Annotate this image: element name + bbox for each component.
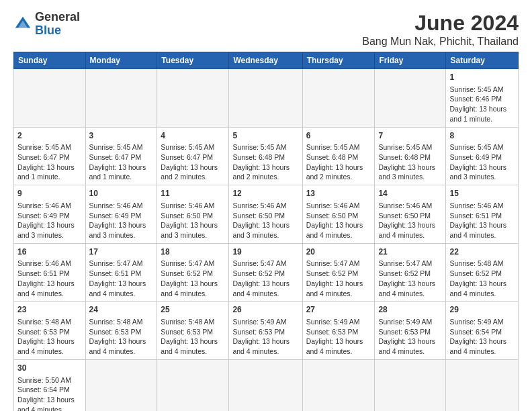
- cell-info: Daylight: 13 hours and 3 minutes.: [89, 220, 154, 240]
- day-number: 4: [161, 130, 225, 142]
- cell-info: Daylight: 13 hours and 3 minutes.: [161, 220, 225, 240]
- day-number: 28: [378, 304, 442, 316]
- day-number: 30: [17, 363, 82, 374]
- day-number: 21: [378, 246, 442, 258]
- cell-info: Sunset: 6:50 PM: [378, 211, 442, 221]
- cell-info: Daylight: 13 hours and 4 minutes.: [161, 336, 225, 356]
- cell-info: Daylight: 13 hours and 2 minutes.: [161, 163, 225, 182]
- cell-info: Sunrise: 5:47 AM: [89, 259, 154, 269]
- cell-info: Daylight: 13 hours and 4 minutes.: [449, 220, 515, 240]
- cell-info: Sunrise: 5:46 AM: [89, 201, 154, 211]
- cell-info: Sunrise: 5:48 AM: [89, 317, 154, 327]
- day-number: 18: [161, 246, 225, 258]
- cell-info: Daylight: 13 hours and 2 minutes.: [306, 163, 371, 182]
- calendar-table: SundayMondayTuesdayWednesdayThursdayFrid…: [13, 52, 519, 411]
- month-title: June 2024: [362, 11, 519, 36]
- cell-info: Sunrise: 5:45 AM: [378, 142, 442, 152]
- calendar-cell: 30Sunrise: 5:50 AMSunset: 6:54 PMDayligh…: [14, 359, 86, 411]
- calendar-cell: [446, 359, 519, 411]
- cell-info: Sunset: 6:46 PM: [449, 94, 515, 104]
- calendar-cell: [229, 359, 302, 411]
- cell-info: Sunset: 6:47 PM: [89, 152, 154, 163]
- cell-info: Sunrise: 5:47 AM: [378, 259, 442, 269]
- calendar-cell: 12Sunrise: 5:46 AMSunset: 6:50 PMDayligh…: [229, 185, 302, 244]
- cell-info: Daylight: 13 hours and 4 minutes.: [378, 336, 442, 356]
- cell-info: Daylight: 13 hours and 1 minute.: [89, 163, 154, 182]
- calendar-cell: 14Sunrise: 5:46 AMSunset: 6:50 PMDayligh…: [375, 185, 446, 244]
- cell-info: Sunrise: 5:50 AM: [17, 375, 82, 385]
- cell-info: Sunrise: 5:49 AM: [232, 317, 298, 327]
- cell-info: Daylight: 13 hours and 4 minutes.: [306, 336, 371, 356]
- cell-info: Daylight: 13 hours and 4 minutes.: [17, 279, 82, 298]
- weekday-header-row: SundayMondayTuesdayWednesdayThursdayFrid…: [14, 52, 519, 69]
- cell-info: Daylight: 13 hours and 4 minutes.: [89, 336, 154, 356]
- cell-info: Sunset: 6:51 PM: [17, 269, 82, 279]
- calendar-cell: 13Sunrise: 5:46 AMSunset: 6:50 PMDayligh…: [302, 185, 375, 244]
- day-number: 2: [17, 130, 82, 142]
- cell-info: Daylight: 13 hours and 4 minutes.: [89, 279, 154, 298]
- cell-info: Sunset: 6:48 PM: [306, 152, 371, 163]
- cell-info: Daylight: 13 hours and 4 minutes.: [161, 279, 225, 298]
- calendar-cell: 16Sunrise: 5:46 AMSunset: 6:51 PMDayligh…: [14, 243, 86, 302]
- calendar-cell: 1Sunrise: 5:45 AMSunset: 6:46 PMDaylight…: [446, 69, 519, 128]
- calendar-cell: 20Sunrise: 5:47 AMSunset: 6:52 PMDayligh…: [302, 243, 375, 302]
- cell-info: Sunset: 6:49 PM: [17, 211, 82, 221]
- calendar-cell: 22Sunrise: 5:48 AMSunset: 6:52 PMDayligh…: [446, 243, 519, 302]
- calendar-cell: 26Sunrise: 5:49 AMSunset: 6:53 PMDayligh…: [229, 302, 302, 360]
- calendar-cell: 5Sunrise: 5:45 AMSunset: 6:48 PMDaylight…: [229, 127, 302, 185]
- day-number: 29: [449, 304, 515, 316]
- cell-info: Daylight: 13 hours and 3 minutes.: [232, 220, 298, 240]
- calendar-week-row: 23Sunrise: 5:48 AMSunset: 6:53 PMDayligh…: [14, 302, 519, 360]
- day-number: 13: [306, 188, 371, 199]
- day-number: 23: [17, 304, 82, 316]
- calendar-cell: [302, 69, 375, 128]
- cell-info: Sunrise: 5:46 AM: [17, 201, 82, 211]
- logo: GeneralBlue: [13, 11, 80, 38]
- day-number: 11: [161, 188, 225, 199]
- cell-info: Sunset: 6:52 PM: [306, 269, 371, 279]
- cell-info: Sunset: 6:53 PM: [89, 327, 154, 337]
- day-number: 17: [89, 246, 154, 258]
- calendar-cell: 10Sunrise: 5:46 AMSunset: 6:49 PMDayligh…: [85, 185, 157, 244]
- calendar-cell: 25Sunrise: 5:48 AMSunset: 6:53 PMDayligh…: [157, 302, 229, 360]
- cell-info: Daylight: 13 hours and 4 minutes.: [17, 395, 82, 411]
- cell-info: Daylight: 13 hours and 1 minute.: [449, 104, 515, 124]
- day-number: 16: [17, 246, 82, 258]
- cell-info: Sunrise: 5:49 AM: [378, 317, 442, 327]
- calendar-cell: 18Sunrise: 5:47 AMSunset: 6:52 PMDayligh…: [157, 243, 229, 302]
- header: GeneralBlue June 2024 Bang Mun Nak, Phic…: [13, 11, 519, 48]
- cell-info: Sunset: 6:52 PM: [449, 269, 515, 279]
- cell-info: Sunrise: 5:46 AM: [17, 259, 82, 269]
- cell-info: Sunset: 6:53 PM: [161, 327, 225, 337]
- day-number: 19: [232, 246, 298, 258]
- cell-info: Sunset: 6:50 PM: [161, 211, 225, 221]
- calendar-cell: 8Sunrise: 5:45 AMSunset: 6:49 PMDaylight…: [446, 127, 519, 185]
- weekday-header-wednesday: Wednesday: [229, 52, 302, 69]
- weekday-header-thursday: Thursday: [302, 52, 375, 69]
- cell-info: Sunset: 6:54 PM: [449, 327, 515, 337]
- calendar-week-row: 1Sunrise: 5:45 AMSunset: 6:46 PMDaylight…: [14, 69, 519, 128]
- weekday-header-tuesday: Tuesday: [157, 52, 229, 69]
- cell-info: Sunset: 6:49 PM: [89, 211, 154, 221]
- cell-info: Daylight: 13 hours and 4 minutes.: [449, 336, 515, 356]
- calendar-cell: [229, 69, 302, 128]
- day-number: 20: [306, 246, 371, 258]
- calendar-week-row: 9Sunrise: 5:46 AMSunset: 6:49 PMDaylight…: [14, 185, 519, 244]
- weekday-header-friday: Friday: [375, 52, 446, 69]
- cell-info: Sunrise: 5:48 AM: [161, 317, 225, 327]
- calendar-cell: 29Sunrise: 5:49 AMSunset: 6:54 PMDayligh…: [446, 302, 519, 360]
- day-number: 6: [306, 130, 371, 142]
- calendar-week-row: 16Sunrise: 5:46 AMSunset: 6:51 PMDayligh…: [14, 243, 519, 302]
- cell-info: Sunset: 6:53 PM: [232, 327, 298, 337]
- cell-info: Daylight: 13 hours and 1 minute.: [17, 163, 82, 182]
- logo-icon: [13, 15, 32, 34]
- calendar-week-row: 2Sunrise: 5:45 AMSunset: 6:47 PMDaylight…: [14, 127, 519, 185]
- cell-info: Sunrise: 5:48 AM: [17, 317, 82, 327]
- cell-info: Sunrise: 5:48 AM: [449, 259, 515, 269]
- cell-info: Daylight: 13 hours and 4 minutes.: [232, 336, 298, 356]
- weekday-header-sunday: Sunday: [14, 52, 86, 69]
- cell-info: Sunset: 6:47 PM: [161, 152, 225, 163]
- location-title: Bang Mun Nak, Phichit, Thailand: [362, 36, 519, 48]
- day-number: 27: [306, 304, 371, 316]
- cell-info: Sunrise: 5:46 AM: [378, 201, 442, 211]
